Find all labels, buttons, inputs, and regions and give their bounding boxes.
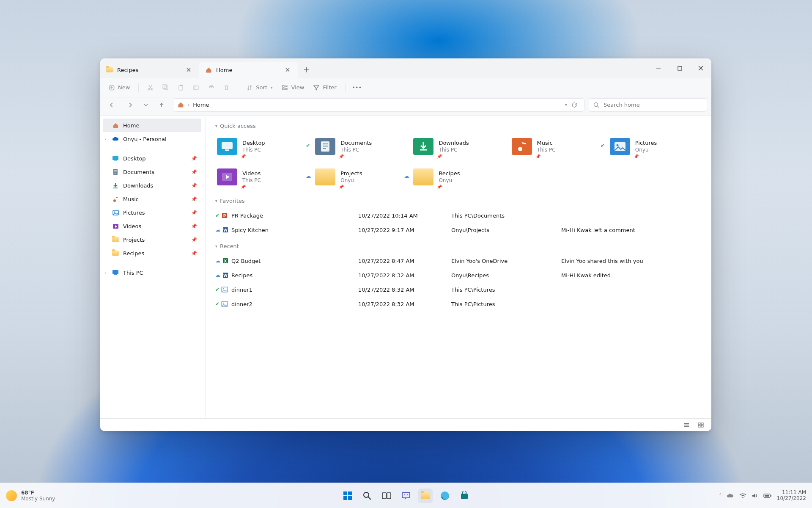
tab-close-button[interactable] xyxy=(283,65,292,75)
videos-icon xyxy=(112,223,119,229)
address-bar[interactable]: › Home ▾ xyxy=(173,98,584,112)
refresh-button[interactable] xyxy=(569,99,580,111)
pin-icon: 📌 xyxy=(437,154,442,159)
section-quick-access[interactable]: ▾ Quick access xyxy=(215,123,702,129)
pin-icon: 📌 xyxy=(241,185,246,189)
volume-icon[interactable] xyxy=(752,493,758,499)
window-body: Home › Onyu - Personal Desktop📌Documents… xyxy=(100,116,711,418)
rename-button[interactable] xyxy=(189,81,203,94)
paste-button[interactable] xyxy=(173,81,188,94)
svg-rect-50 xyxy=(387,493,391,499)
search-field[interactable] xyxy=(603,101,702,108)
sidebar-item-recipes[interactable]: Recipes📌 xyxy=(103,246,201,260)
view-button[interactable]: View xyxy=(278,81,309,94)
sidebar-item-desktop[interactable]: Desktop📌 xyxy=(103,152,201,165)
navigation-row: › Home ▾ xyxy=(100,97,711,116)
sidebar-item-pictures[interactable]: Pictures📌 xyxy=(103,206,201,219)
forward-button[interactable] xyxy=(123,99,137,111)
quick-access-item[interactable]: DownloadsThis PC📌 xyxy=(411,133,505,160)
tab-recipes[interactable]: Recipes xyxy=(100,62,199,78)
quick-access-item[interactable]: MusicThis PC📌 xyxy=(510,133,604,160)
file-date: 10/27/2022 8:32 AM xyxy=(358,301,451,307)
cut-button[interactable] xyxy=(143,81,157,94)
file-row[interactable]: ☁WSpicy Kitchen10/27/2022 9:17 AMOnyu\Pr… xyxy=(215,223,702,237)
item-label: Downloads xyxy=(439,140,469,146)
btn-label: View xyxy=(291,84,304,91)
search-input[interactable] xyxy=(589,98,707,112)
chat-button[interactable] xyxy=(399,489,413,503)
quick-access-item[interactable]: ✔PicturesOnyu📌 xyxy=(608,133,702,160)
svg-rect-51 xyxy=(402,492,410,498)
tab-close-button[interactable] xyxy=(184,65,193,75)
file-row[interactable]: ☁XQ2 Budget10/27/2022 8:47 AMElvin Yoo's… xyxy=(215,254,702,268)
wifi-icon[interactable] xyxy=(739,493,746,499)
details-view-button[interactable] xyxy=(681,420,692,430)
quick-access-item[interactable]: VideosThis PC📌 xyxy=(215,164,309,190)
filter-button[interactable]: Filter xyxy=(309,81,340,94)
sort-button[interactable]: Sort ▾ xyxy=(242,81,277,94)
sidebar-item-documents[interactable]: Documents📌 xyxy=(103,165,201,179)
back-button[interactable] xyxy=(104,99,119,111)
file-location: Onyu\Recipes xyxy=(451,272,561,279)
file-row[interactable]: ☁WRecipes10/27/2022 8:32 AMOnyu\RecipesM… xyxy=(215,268,702,282)
svg-point-15 xyxy=(113,199,116,202)
sidebar-item-music[interactable]: Music📌 xyxy=(103,192,201,206)
file-row[interactable]: ✔dinner210/27/2022 8:32 AMThis PC\Pictur… xyxy=(215,297,702,311)
file-date: 10/27/2022 8:47 AM xyxy=(358,258,451,264)
svg-rect-0 xyxy=(678,66,682,70)
quick-access-item[interactable]: ✔DocumentsThis PC📌 xyxy=(313,133,407,160)
history-dropdown[interactable] xyxy=(142,99,150,111)
delete-button[interactable] xyxy=(219,81,233,94)
onedrive-tray-icon[interactable] xyxy=(727,493,734,498)
file-row[interactable]: ✔PPR Package10/27/2022 10:14 AMThis PC\D… xyxy=(215,208,702,223)
quick-access-item[interactable]: ☁ProjectsOnyu📌 xyxy=(313,164,407,190)
sidebar-item-projects[interactable]: Projects📌 xyxy=(103,233,201,246)
music-icon xyxy=(512,138,532,155)
file-explorer-window: Recipes Home New xyxy=(100,58,711,431)
battery-icon[interactable] xyxy=(763,493,772,498)
pin-icon: 📌 xyxy=(339,185,344,189)
sidebar-item-videos[interactable]: Videos📌 xyxy=(103,219,201,233)
share-button[interactable] xyxy=(204,81,218,94)
task-view-button[interactable] xyxy=(379,489,394,503)
folder-icon xyxy=(315,168,335,185)
sidebar-item-onedrive[interactable]: › Onyu - Personal xyxy=(103,132,201,146)
quick-access-item[interactable]: ☁RecipesOnyu📌 xyxy=(411,164,505,190)
icons-view-button[interactable] xyxy=(695,420,706,430)
file-row[interactable]: ✔dinner110/27/2022 8:32 AMThis PC\Pictur… xyxy=(215,282,702,297)
address-dropdown[interactable]: ▾ xyxy=(565,102,567,107)
close-button[interactable] xyxy=(690,58,711,78)
clock[interactable]: 11:11 AM 10/27/2022 xyxy=(777,490,806,501)
section-favorites[interactable]: ▾ Favorites xyxy=(215,198,702,204)
new-tab-button[interactable] xyxy=(298,62,315,78)
item-sublabel: This PC xyxy=(242,147,265,153)
section-recent[interactable]: ▾ Recent xyxy=(215,243,702,249)
start-button[interactable] xyxy=(340,489,355,503)
new-button[interactable]: New xyxy=(104,81,134,94)
weather-widget[interactable]: 68°F Mostly Sunny xyxy=(6,490,55,502)
more-button[interactable]: ••• xyxy=(350,81,364,94)
chevron-right-icon[interactable]: › xyxy=(104,137,106,141)
minimize-button[interactable] xyxy=(648,58,669,78)
copy-button[interactable] xyxy=(158,81,173,94)
chevron-down-icon: ▾ xyxy=(271,86,273,90)
search-button[interactable] xyxy=(360,489,374,503)
tab-home[interactable]: Home xyxy=(199,62,298,78)
sidebar-item-downloads[interactable]: Downloads📌 xyxy=(103,179,201,192)
clock-date: 10/27/2022 xyxy=(777,496,806,501)
quick-access-item[interactable]: DesktopThis PC📌 xyxy=(215,133,309,160)
file-explorer-button[interactable] xyxy=(418,489,433,503)
breadcrumb-item[interactable]: Home xyxy=(193,102,209,108)
sidebar-item-this-pc[interactable]: › This PC xyxy=(103,266,201,279)
sidebar-item-home[interactable]: Home xyxy=(103,119,201,132)
divider xyxy=(238,83,238,92)
up-button[interactable] xyxy=(154,99,169,111)
maximize-button[interactable] xyxy=(669,58,690,78)
chevron-up-icon[interactable]: ˄ xyxy=(719,493,721,498)
svg-point-17 xyxy=(114,211,115,213)
store-button[interactable] xyxy=(457,489,472,503)
edge-button[interactable] xyxy=(438,489,452,503)
item-sublabel: Onyu xyxy=(439,177,460,184)
chevron-right-icon[interactable]: › xyxy=(104,271,106,275)
svg-rect-49 xyxy=(382,493,386,499)
